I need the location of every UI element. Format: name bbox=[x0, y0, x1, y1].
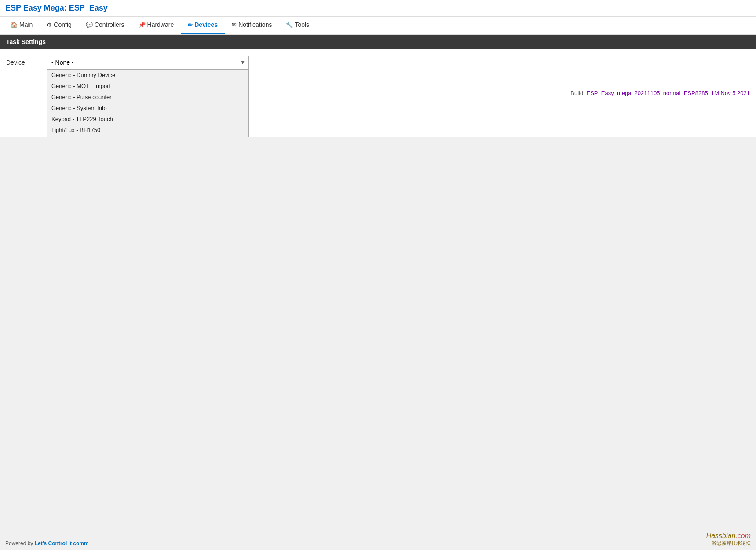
dropdown-item[interactable]: Generic - System Info bbox=[47, 103, 248, 114]
build-value: ESP_Easy_mega_20211105_normal_ESP8285_1M… bbox=[587, 90, 750, 96]
main-content: Device: - None - ▼ Generic - Dummy Devic… bbox=[0, 49, 756, 137]
nav-bar: 🏠Main⚙Config💬Controllers📌Hardware✏Device… bbox=[0, 17, 756, 35]
app-title: ESP Easy Mega: ESP_Easy bbox=[0, 0, 756, 17]
devices-tab-label: Devices bbox=[194, 21, 218, 28]
dropdown-item[interactable]: Light/Lux - TSL2561 bbox=[47, 136, 248, 137]
tools-tab-label: Tools bbox=[295, 21, 309, 28]
nav-tab-hardware[interactable]: 📌Hardware bbox=[131, 17, 181, 34]
device-row: Device: - None - ▼ Generic - Dummy Devic… bbox=[6, 56, 750, 69]
dropdown-item[interactable]: Light/Lux - BH1750 bbox=[47, 125, 248, 136]
dropdown-item[interactable]: Keypad - TTP229 Touch bbox=[47, 114, 248, 125]
nav-tab-tools[interactable]: 🔧Tools bbox=[279, 17, 316, 34]
nav-tab-main[interactable]: 🏠Main bbox=[4, 17, 40, 34]
controllers-tab-label: Controllers bbox=[95, 21, 124, 28]
task-settings-label: Task Settings bbox=[6, 38, 46, 45]
dropdown-item[interactable]: Generic - Dummy Device bbox=[47, 70, 248, 81]
devices-tab-icon: ✏ bbox=[188, 22, 193, 28]
main-tab-icon: 🏠 bbox=[11, 22, 18, 28]
notifications-tab-icon: ✉ bbox=[232, 22, 237, 28]
device-label: Device: bbox=[6, 59, 41, 66]
app-title-text: ESP Easy Mega: ESP_Easy bbox=[5, 4, 108, 12]
dropdown-open[interactable]: Generic - Dummy DeviceGeneric - MQTT Imp… bbox=[47, 69, 249, 137]
notifications-tab-label: Notifications bbox=[238, 21, 272, 28]
hardware-tab-label: Hardware bbox=[147, 21, 174, 28]
nav-tab-notifications[interactable]: ✉Notifications bbox=[225, 17, 279, 34]
dropdown-item[interactable]: Generic - MQTT Import bbox=[47, 81, 248, 92]
build-info: Build: ESP_Easy_mega_20211105_normal_ESP… bbox=[570, 90, 750, 96]
hardware-tab-icon: 📌 bbox=[139, 22, 146, 28]
main-tab-label: Main bbox=[19, 21, 33, 28]
nav-tab-controllers[interactable]: 💬Controllers bbox=[79, 17, 131, 34]
task-settings-bar: Task Settings bbox=[0, 35, 756, 49]
tools-tab-icon: 🔧 bbox=[286, 22, 293, 28]
config-tab-icon: ⚙ bbox=[47, 22, 52, 28]
nav-tab-config[interactable]: ⚙Config bbox=[40, 17, 78, 34]
controllers-tab-icon: 💬 bbox=[86, 22, 93, 28]
device-select-wrapper[interactable]: - None - ▼ Generic - Dummy DeviceGeneric… bbox=[47, 56, 249, 69]
dropdown-item[interactable]: Generic - Pulse counter bbox=[47, 92, 248, 103]
device-select[interactable]: - None - bbox=[47, 56, 249, 69]
nav-tab-devices[interactable]: ✏Devices bbox=[181, 17, 225, 34]
config-tab-label: Config bbox=[54, 21, 71, 28]
build-label: Build: bbox=[570, 90, 585, 96]
